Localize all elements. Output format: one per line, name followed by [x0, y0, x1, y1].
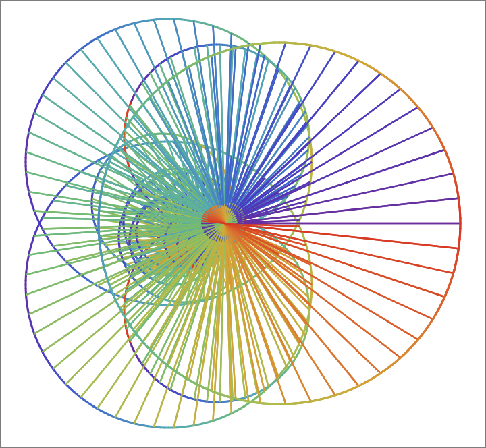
figure-frame [0, 0, 486, 448]
rainbow-circle-fan-canvas [0, 0, 486, 448]
